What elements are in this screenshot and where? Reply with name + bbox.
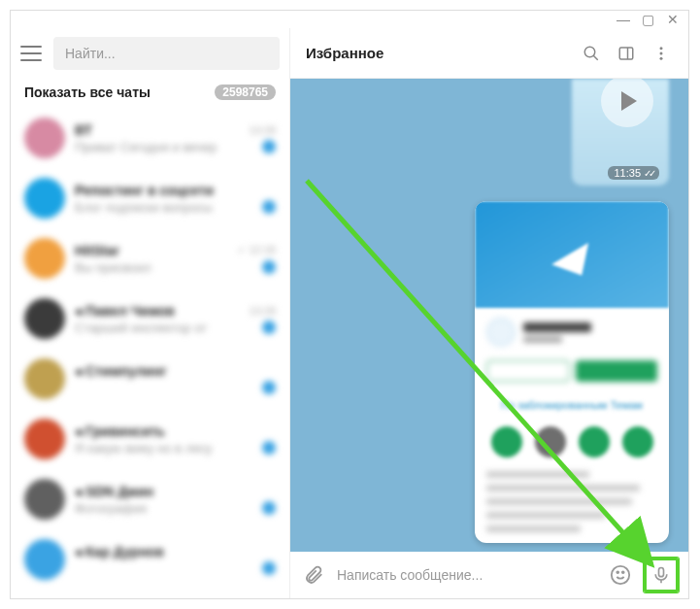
svg-point-4 xyxy=(660,47,663,50)
svg-point-8 xyxy=(617,571,618,573)
store-button-outline[interactable] xyxy=(486,360,570,382)
avatar xyxy=(24,178,65,219)
app-preview-link[interactable]: По заблокированным Темам xyxy=(475,391,669,419)
unread-dot xyxy=(262,200,276,214)
chat-list-item[interactable]: HitStar ✓ 12:18 Вы присвоил xyxy=(11,228,289,288)
chat-list-item[interactable]: Репостинг в соцсети Блог подписки вопрос… xyxy=(11,168,289,228)
avatar xyxy=(24,479,65,520)
chat-time: 13:28 xyxy=(249,124,276,136)
svg-line-1 xyxy=(593,55,598,60)
chat-list[interactable]: ВТ 13:28 Приват Сегодня и вечер Репостин… xyxy=(11,108,289,598)
svg-point-5 xyxy=(660,51,663,54)
app-icon xyxy=(486,318,516,347)
messages-area[interactable]: 11:35 xyxy=(290,79,688,552)
sidebar: Показать все чаты 2598765 ВТ 13:28 Прива… xyxy=(11,28,290,598)
search-input[interactable] xyxy=(65,46,268,61)
emoji-icon[interactable] xyxy=(607,561,634,589)
chat-list-item[interactable]: ◂ Кар Дурнов xyxy=(11,529,289,590)
store-button-fill[interactable] xyxy=(576,360,657,382)
chat-title: Избранное xyxy=(306,45,568,61)
chat-name: HitStar xyxy=(75,243,119,258)
sidebar-header xyxy=(11,28,289,79)
chat-name: ◂ Гривинсить xyxy=(75,423,165,439)
chat-name: ◂ SDN Джин xyxy=(75,484,153,499)
chat-list-item[interactable]: ◂ SDN Джин Фотография xyxy=(11,469,289,529)
avatar xyxy=(24,238,65,279)
unread-dot xyxy=(262,381,276,394)
side-panel-icon[interactable] xyxy=(615,42,638,65)
svg-point-0 xyxy=(584,47,595,57)
unread-dot xyxy=(262,501,276,515)
chat-time: 13:28 xyxy=(249,305,276,317)
chat-pane: Избранное 11:35 xyxy=(290,28,688,598)
maximize-button[interactable]: ▢ xyxy=(642,12,653,27)
svg-point-9 xyxy=(622,571,624,573)
app-window: — ▢ ✕ Показать все чаты 2598765 ВТ 13:28 xyxy=(10,10,689,599)
chat-name: ◂ Стимпулинг xyxy=(75,363,167,379)
more-icon[interactable] xyxy=(650,42,673,65)
chat-preview: Я какую вижу но в лесу xyxy=(75,441,212,456)
chat-list-item[interactable]: ◂ Стимпулинг xyxy=(11,349,289,409)
chat-list-item[interactable]: ВТ 13:28 Приват Сегодня и вечер xyxy=(11,108,289,168)
search-box[interactable] xyxy=(53,37,280,70)
close-button[interactable]: ✕ xyxy=(667,12,679,27)
chat-preview: Блог подписки вопросы xyxy=(75,200,213,215)
filter-label: Показать все чаты xyxy=(24,85,150,100)
app-preview-text xyxy=(475,465,669,543)
app-preview-body xyxy=(475,308,669,391)
chat-name: Репостинг в соцсети xyxy=(75,183,214,198)
avatar xyxy=(24,298,65,339)
search-in-chat-icon[interactable] xyxy=(580,42,603,65)
message-input[interactable] xyxy=(337,567,597,583)
svg-rect-10 xyxy=(659,568,664,577)
chat-preview: Фотография xyxy=(75,501,147,516)
window-titlebar: — ▢ ✕ xyxy=(11,11,688,28)
chat-list-item[interactable]: ◂ Гривинсить Я какую вижу но в лесу xyxy=(11,409,289,469)
chat-list-item[interactable]: ◂ Павел Чижов 13:28 Старший инспектор от xyxy=(11,288,289,349)
avatar xyxy=(24,118,65,158)
unread-dot xyxy=(262,260,276,274)
chat-preview: Приват Сегодня и вечер xyxy=(75,140,217,154)
chat-name: ВТ xyxy=(75,122,92,138)
unread-dot xyxy=(262,561,276,575)
voice-record-button-highlighted[interactable] xyxy=(644,558,679,592)
minimize-button[interactable]: — xyxy=(617,12,628,27)
filter-count-badge: 2598765 xyxy=(215,85,276,100)
chat-time: ✓ 12:18 xyxy=(237,244,276,256)
svg-rect-2 xyxy=(619,48,633,59)
menu-icon[interactable] xyxy=(20,46,42,61)
telegram-icon xyxy=(551,233,593,275)
avatar xyxy=(24,539,65,580)
svg-point-7 xyxy=(612,566,629,584)
unread-dot xyxy=(262,441,276,455)
unread-dot xyxy=(262,321,276,334)
avatar xyxy=(24,419,65,459)
read-checks-icon xyxy=(644,167,653,179)
chat-filter-row[interactable]: Показать все чаты 2598765 xyxy=(11,79,289,108)
chat-preview: Вы присвоил xyxy=(75,260,151,275)
microphone-icon xyxy=(651,565,671,585)
svg-point-6 xyxy=(660,56,663,59)
feature-circles xyxy=(475,419,669,465)
chat-preview: Старший инспектор от xyxy=(75,321,207,335)
main-area: Показать все чаты 2598765 ВТ 13:28 Прива… xyxy=(11,28,688,598)
compose-bar xyxy=(290,552,688,598)
attach-icon[interactable] xyxy=(300,561,327,589)
avatar xyxy=(24,358,65,399)
unread-dot xyxy=(262,140,276,153)
chat-name: ◂ Кар Дурнов xyxy=(75,544,164,559)
chat-name: ◂ Павел Чижов xyxy=(75,303,175,319)
app-preview-hero xyxy=(475,201,669,308)
chat-header: Избранное xyxy=(290,28,688,79)
media-message-2[interactable]: По заблокированным Темам xyxy=(475,201,669,543)
message-timestamp: 11:35 xyxy=(608,166,659,180)
